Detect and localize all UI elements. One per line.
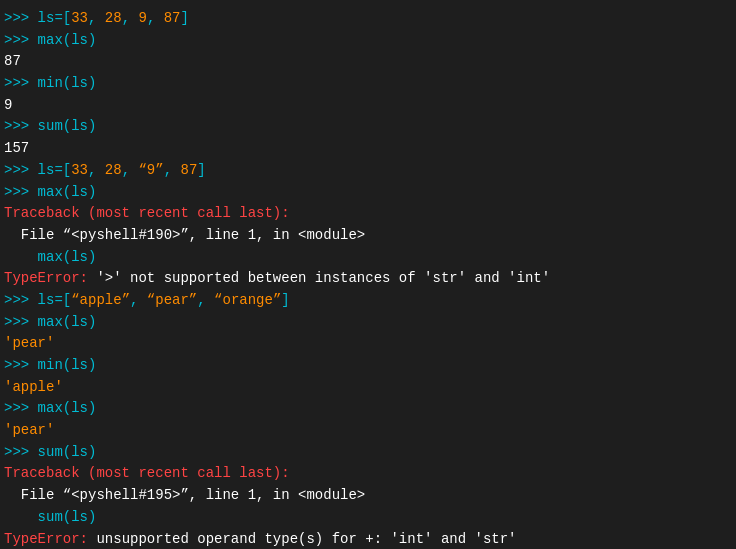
prompt-4: >>>	[4, 73, 38, 95]
prompt-17: >>>	[4, 355, 38, 377]
code-9: max(ls)	[38, 182, 97, 204]
line-17: >>> min(ls)	[4, 355, 732, 377]
line-5: 9	[4, 95, 732, 117]
prompt-6: >>>	[4, 116, 38, 138]
prompt-14: >>>	[4, 290, 38, 312]
file-line-1: File “<pyshell#190>”, line 1, in <module…	[4, 225, 365, 247]
line-19: >>> max(ls)	[4, 398, 732, 420]
num-9: 9	[138, 8, 146, 30]
prompt-8: >>>	[4, 160, 38, 182]
line-12: max(ls)	[4, 247, 732, 269]
code-14a: ls=[	[38, 290, 72, 312]
line-21: >>> sum(ls)	[4, 442, 732, 464]
line-16: 'pear'	[4, 333, 732, 355]
type-error-2-msg: unsupported operand type(s) for +: 'int'…	[96, 529, 516, 550]
code-15: max(ls)	[38, 312, 97, 334]
num-28: 28	[105, 8, 122, 30]
str-9: “9”	[138, 160, 163, 182]
output-pear-2: 'pear'	[4, 420, 54, 442]
prompt-19: >>>	[4, 398, 38, 420]
line-6: >>> sum(ls)	[4, 116, 732, 138]
output-9: 9	[4, 95, 12, 117]
num-33b: 33	[71, 160, 88, 182]
line-25: TypeError: unsupported operand type(s) f…	[4, 529, 732, 550]
line-18: 'apple'	[4, 377, 732, 399]
prompt-21: >>>	[4, 442, 38, 464]
code-17: min(ls)	[38, 355, 97, 377]
line-8: >>> ls=[33, 28, “9”, 87]	[4, 160, 732, 182]
line-13: TypeError: '>' not supported between ins…	[4, 268, 732, 290]
output-pear-1: 'pear'	[4, 333, 54, 355]
file-line-2: File “<pyshell#195>”, line 1, in <module…	[4, 485, 365, 507]
line-10: Traceback (most recent call last):	[4, 203, 732, 225]
line-3: 87	[4, 51, 732, 73]
code-6: sum(ls)	[38, 116, 97, 138]
code-2: max(ls)	[38, 30, 97, 52]
prompt-9: >>>	[4, 182, 38, 204]
code-21: sum(ls)	[38, 442, 97, 464]
str-pear: “pear”	[147, 290, 197, 312]
code-8a: ls=[	[38, 160, 72, 182]
line-14: >>> ls=[“apple”, “pear”, “orange”]	[4, 290, 732, 312]
line-22: Traceback (most recent call last):	[4, 463, 732, 485]
line-2: >>> max(ls)	[4, 30, 732, 52]
type-error-1-label: TypeError:	[4, 268, 96, 290]
prompt-2: >>>	[4, 30, 38, 52]
num-87: 87	[164, 8, 181, 30]
type-error-2-label: TypeError:	[4, 529, 96, 550]
num-87b: 87	[181, 160, 198, 182]
code-4: min(ls)	[38, 73, 97, 95]
str-apple: “apple”	[71, 290, 130, 312]
num-28b: 28	[105, 160, 122, 182]
str-orange: “orange”	[214, 290, 281, 312]
traceback-2: Traceback (most recent call last):	[4, 463, 290, 485]
line-4: >>> min(ls)	[4, 73, 732, 95]
code-indent-1: max(ls)	[4, 247, 96, 269]
output-157: 157	[4, 138, 29, 160]
line-11: File “<pyshell#190>”, line 1, in <module…	[4, 225, 732, 247]
code-1: ls=[	[38, 8, 72, 30]
line-20: 'pear'	[4, 420, 732, 442]
type-error-1-msg: '>' not supported between instances of '…	[96, 268, 550, 290]
line-7: 157	[4, 138, 732, 160]
line-23: File “<pyshell#195>”, line 1, in <module…	[4, 485, 732, 507]
prompt-1: >>>	[4, 8, 38, 30]
code-19: max(ls)	[38, 398, 97, 420]
prompt-15: >>>	[4, 312, 38, 334]
line-9: >>> max(ls)	[4, 182, 732, 204]
line-24: sum(ls)	[4, 507, 732, 529]
line-1: >>> ls=[33, 28, 9, 87]	[4, 8, 732, 30]
output-apple: 'apple'	[4, 377, 63, 399]
output-87: 87	[4, 51, 21, 73]
code-indent-2: sum(ls)	[4, 507, 96, 529]
line-15: >>> max(ls)	[4, 312, 732, 334]
num-33: 33	[71, 8, 88, 30]
terminal-window: >>> ls=[33, 28, 9, 87] >>> max(ls) 87 >>…	[0, 0, 736, 549]
traceback-1: Traceback (most recent call last):	[4, 203, 290, 225]
